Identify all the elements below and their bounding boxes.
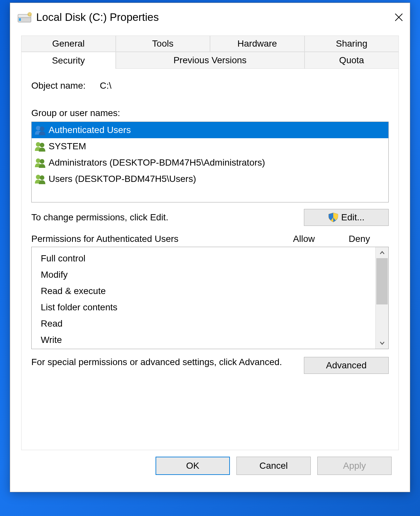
tab-sharing[interactable]: Sharing <box>305 36 399 52</box>
apply-label: Apply <box>343 461 366 471</box>
tab-hardware[interactable]: Hardware <box>210 36 305 52</box>
list-item-label: Authenticated Users <box>49 125 131 135</box>
dialog-footer: OK Cancel Apply <box>17 450 403 484</box>
advanced-hint: For special permissions or advanced sett… <box>31 357 304 374</box>
svg-point-9 <box>36 142 40 147</box>
list-item-label: SYSTEM <box>49 141 86 152</box>
permissions-list: Full controlModifyRead & executeList fol… <box>31 247 389 349</box>
titlebar: Local Disk (C:) Properties <box>10 3 410 32</box>
list-item[interactable]: SYSTEM <box>32 138 388 155</box>
svg-rect-2 <box>19 18 21 21</box>
object-name-row: Object name: C:\ <box>31 81 389 91</box>
permissions-inner: Full controlModifyRead & executeList fol… <box>32 247 375 349</box>
chevron-down-icon <box>380 341 385 345</box>
scroll-track[interactable] <box>376 258 388 338</box>
svg-point-11 <box>36 158 40 163</box>
dialog-title: Local Disk (C:) Properties <box>36 11 159 23</box>
dialog-content: General Tools Hardware Sharing Security … <box>10 32 410 492</box>
chevron-up-icon <box>380 251 385 255</box>
object-name-value: C:\ <box>100 81 112 91</box>
ok-label: OK <box>186 461 199 471</box>
svg-point-8 <box>40 126 44 131</box>
tab-general[interactable]: General <box>21 36 116 52</box>
drive-icon <box>17 11 32 23</box>
permission-item: List folder contents <box>41 299 375 316</box>
allow-header: Allow <box>278 234 330 244</box>
permission-item: Write <box>41 332 375 348</box>
cancel-label: Cancel <box>259 461 288 471</box>
edit-button[interactable]: Edit... <box>304 209 389 226</box>
permissions-scrollbar[interactable] <box>375 247 388 349</box>
svg-point-10 <box>40 143 44 147</box>
group-icon <box>34 157 46 169</box>
scroll-up-button[interactable] <box>376 247 388 258</box>
properties-dialog: Local Disk (C:) Properties General Tools… <box>10 3 410 492</box>
close-icon <box>395 13 403 22</box>
tab-quota[interactable]: Quota <box>305 52 399 69</box>
list-item[interactable]: Authenticated Users <box>32 122 388 138</box>
group-icon <box>34 140 46 152</box>
list-item[interactable]: Administrators (DESKTOP-BDM47H5\Administ… <box>32 155 388 171</box>
tab-strip: General Tools Hardware Sharing Security … <box>21 36 399 69</box>
advanced-row: For special permissions or advanced sett… <box>31 357 389 374</box>
edit-hint: To change permissions, click Edit. <box>31 212 304 223</box>
close-button[interactable] <box>392 10 406 24</box>
list-item-label: Administrators (DESKTOP-BDM47H5\Administ… <box>49 157 265 168</box>
permissions-header-row: Permissions for Authenticated Users Allo… <box>31 234 389 244</box>
svg-point-7 <box>36 126 40 130</box>
apply-button[interactable]: Apply <box>317 457 392 475</box>
svg-point-12 <box>40 159 44 164</box>
permissions-header: Permissions for Authenticated Users <box>31 234 278 244</box>
shield-icon <box>328 212 338 223</box>
group-list[interactable]: Authenticated UsersSYSTEMAdministrators … <box>31 122 389 202</box>
advanced-button[interactable]: Advanced <box>304 357 389 374</box>
group-icon <box>34 173 46 185</box>
object-name-label: Object name: <box>31 81 100 91</box>
svg-point-13 <box>36 175 40 179</box>
svg-point-3 <box>28 12 32 16</box>
permission-item: Read <box>41 316 375 332</box>
group-icon <box>34 124 46 136</box>
permission-item: Read & execute <box>41 283 375 299</box>
edit-button-label: Edit... <box>341 212 365 223</box>
list-item[interactable]: Users (DESKTOP-BDM47H5\Users) <box>32 171 388 187</box>
tab-previous-versions[interactable]: Previous Versions <box>116 52 305 69</box>
deny-header: Deny <box>330 234 389 244</box>
scroll-down-button[interactable] <box>376 338 388 349</box>
permission-item: Modify <box>41 267 375 283</box>
edit-row: To change permissions, click Edit. Edit.… <box>31 209 389 226</box>
cancel-button[interactable]: Cancel <box>236 457 311 475</box>
svg-point-14 <box>40 175 44 180</box>
tab-tools[interactable]: Tools <box>116 36 210 52</box>
permission-item: Full control <box>41 250 375 267</box>
list-item-label: Users (DESKTOP-BDM47H5\Users) <box>49 174 196 184</box>
tab-security[interactable]: Security <box>21 52 116 69</box>
advanced-button-label: Advanced <box>326 360 367 371</box>
groups-label: Group or user names: <box>31 108 389 118</box>
security-panel: Object name: C:\ Group or user names: Au… <box>21 69 399 450</box>
scroll-thumb[interactable] <box>376 258 388 304</box>
ok-button[interactable]: OK <box>156 457 230 475</box>
